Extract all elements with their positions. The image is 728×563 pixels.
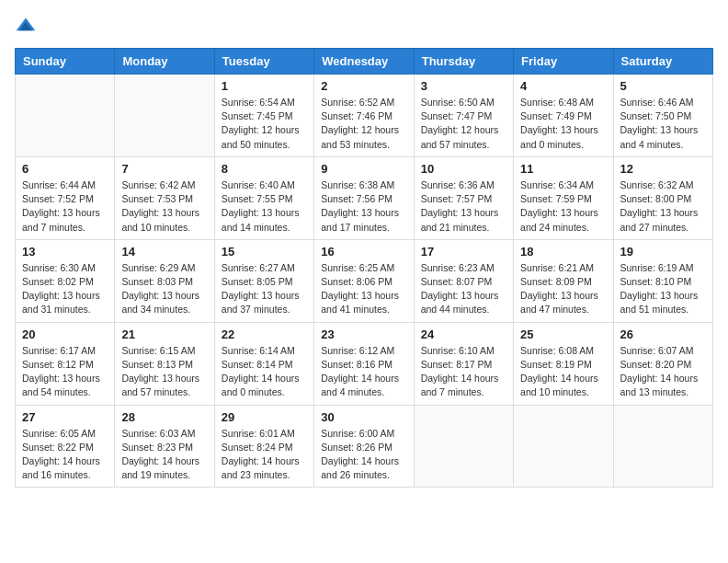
day-number: 3 <box>421 79 506 93</box>
calendar-cell: 30Sunrise: 6:00 AM Sunset: 8:26 PM Dayli… <box>314 405 414 488</box>
day-info: Sunrise: 6:14 AM Sunset: 8:14 PM Dayligh… <box>222 344 307 400</box>
day-number: 7 <box>121 162 207 176</box>
weekday-header-tuesday: Tuesday <box>214 49 313 75</box>
weekday-header-thursday: Thursday <box>414 49 513 75</box>
calendar-week-row: 1Sunrise: 6:54 AM Sunset: 7:45 PM Daylig… <box>16 75 713 157</box>
calendar-cell: 5Sunrise: 6:46 AM Sunset: 7:50 PM Daylig… <box>613 75 712 157</box>
day-info: Sunrise: 6:21 AM Sunset: 8:09 PM Dayligh… <box>520 261 606 317</box>
calendar-table: SundayMondayTuesdayWednesdayThursdayFrid… <box>15 48 713 488</box>
logo-icon <box>15 15 37 37</box>
calendar-cell <box>414 405 513 488</box>
weekday-header-saturday: Saturday <box>613 49 712 75</box>
day-info: Sunrise: 6:44 AM Sunset: 7:52 PM Dayligh… <box>22 178 108 235</box>
day-info: Sunrise: 6:10 AM Sunset: 8:17 PM Dayligh… <box>421 344 506 400</box>
calendar-cell: 12Sunrise: 6:32 AM Sunset: 8:00 PM Dayli… <box>613 156 712 239</box>
day-info: Sunrise: 6:19 AM Sunset: 8:10 PM Dayligh… <box>620 261 706 317</box>
calendar-week-row: 20Sunrise: 6:17 AM Sunset: 8:12 PM Dayli… <box>16 322 713 405</box>
calendar-cell: 10Sunrise: 6:36 AM Sunset: 7:57 PM Dayli… <box>414 156 513 239</box>
calendar-week-row: 6Sunrise: 6:44 AM Sunset: 7:52 PM Daylig… <box>16 156 713 239</box>
calendar-cell: 1Sunrise: 6:54 AM Sunset: 7:45 PM Daylig… <box>214 75 313 157</box>
calendar-cell <box>115 75 214 157</box>
calendar-cell: 23Sunrise: 6:12 AM Sunset: 8:16 PM Dayli… <box>314 322 414 405</box>
calendar-week-row: 13Sunrise: 6:30 AM Sunset: 8:02 PM Dayli… <box>16 239 713 322</box>
day-number: 10 <box>421 162 506 176</box>
day-number: 13 <box>22 245 108 259</box>
day-info: Sunrise: 6:00 AM Sunset: 8:26 PM Dayligh… <box>321 427 406 483</box>
day-number: 28 <box>121 410 207 424</box>
page-header <box>15 15 713 37</box>
day-number: 20 <box>22 327 108 341</box>
day-number: 30 <box>321 410 406 424</box>
day-info: Sunrise: 6:54 AM Sunset: 7:45 PM Dayligh… <box>222 96 307 152</box>
weekday-header-wednesday: Wednesday <box>314 49 414 75</box>
calendar-cell: 6Sunrise: 6:44 AM Sunset: 7:52 PM Daylig… <box>16 156 115 239</box>
day-number: 4 <box>520 79 606 93</box>
calendar-cell: 16Sunrise: 6:25 AM Sunset: 8:06 PM Dayli… <box>314 239 414 322</box>
calendar-cell: 28Sunrise: 6:03 AM Sunset: 8:23 PM Dayli… <box>115 405 214 488</box>
calendar-cell: 2Sunrise: 6:52 AM Sunset: 7:46 PM Daylig… <box>314 75 414 157</box>
weekday-header-sunday: Sunday <box>16 49 115 75</box>
day-info: Sunrise: 6:17 AM Sunset: 8:12 PM Dayligh… <box>22 344 108 400</box>
day-info: Sunrise: 6:32 AM Sunset: 8:00 PM Dayligh… <box>620 178 706 235</box>
day-info: Sunrise: 6:15 AM Sunset: 8:13 PM Dayligh… <box>121 344 207 400</box>
day-number: 9 <box>321 162 406 176</box>
day-info: Sunrise: 6:07 AM Sunset: 8:20 PM Dayligh… <box>620 344 706 400</box>
calendar-cell: 3Sunrise: 6:50 AM Sunset: 7:47 PM Daylig… <box>414 75 513 157</box>
day-number: 6 <box>22 162 108 176</box>
calendar-cell: 29Sunrise: 6:01 AM Sunset: 8:24 PM Dayli… <box>214 405 313 488</box>
logo <box>15 15 40 37</box>
calendar-cell: 11Sunrise: 6:34 AM Sunset: 7:59 PM Dayli… <box>514 156 613 239</box>
day-info: Sunrise: 6:25 AM Sunset: 8:06 PM Dayligh… <box>321 261 406 317</box>
calendar-cell: 8Sunrise: 6:40 AM Sunset: 7:55 PM Daylig… <box>214 156 313 239</box>
calendar-cell: 21Sunrise: 6:15 AM Sunset: 8:13 PM Dayli… <box>115 322 214 405</box>
day-number: 21 <box>121 327 207 341</box>
day-info: Sunrise: 6:46 AM Sunset: 7:50 PM Dayligh… <box>620 96 706 152</box>
calendar-cell: 17Sunrise: 6:23 AM Sunset: 8:07 PM Dayli… <box>414 239 513 322</box>
calendar-cell: 9Sunrise: 6:38 AM Sunset: 7:56 PM Daylig… <box>314 156 414 239</box>
calendar-cell: 26Sunrise: 6:07 AM Sunset: 8:20 PM Dayli… <box>613 322 712 405</box>
day-info: Sunrise: 6:48 AM Sunset: 7:49 PM Dayligh… <box>520 96 606 152</box>
weekday-header-monday: Monday <box>115 49 214 75</box>
day-info: Sunrise: 6:30 AM Sunset: 8:02 PM Dayligh… <box>22 261 108 317</box>
calendar-cell: 4Sunrise: 6:48 AM Sunset: 7:49 PM Daylig… <box>514 75 613 157</box>
calendar-cell: 13Sunrise: 6:30 AM Sunset: 8:02 PM Dayli… <box>16 239 115 322</box>
calendar-cell <box>514 405 613 488</box>
day-info: Sunrise: 6:34 AM Sunset: 7:59 PM Dayligh… <box>520 178 606 235</box>
calendar-header: SundayMondayTuesdayWednesdayThursdayFrid… <box>16 49 713 75</box>
day-info: Sunrise: 6:50 AM Sunset: 7:47 PM Dayligh… <box>421 96 506 152</box>
day-number: 5 <box>620 79 706 93</box>
day-info: Sunrise: 6:12 AM Sunset: 8:16 PM Dayligh… <box>321 344 406 400</box>
day-info: Sunrise: 6:42 AM Sunset: 7:53 PM Dayligh… <box>121 178 207 235</box>
day-info: Sunrise: 6:05 AM Sunset: 8:22 PM Dayligh… <box>22 427 108 483</box>
calendar-cell: 25Sunrise: 6:08 AM Sunset: 8:19 PM Dayli… <box>514 322 613 405</box>
day-number: 14 <box>121 245 207 259</box>
day-info: Sunrise: 6:01 AM Sunset: 8:24 PM Dayligh… <box>222 427 307 483</box>
day-number: 16 <box>321 245 406 259</box>
day-number: 11 <box>520 162 606 176</box>
calendar-cell: 7Sunrise: 6:42 AM Sunset: 7:53 PM Daylig… <box>115 156 214 239</box>
day-number: 8 <box>222 162 307 176</box>
day-number: 26 <box>620 327 706 341</box>
calendar-cell: 18Sunrise: 6:21 AM Sunset: 8:09 PM Dayli… <box>514 239 613 322</box>
day-number: 23 <box>321 327 406 341</box>
day-number: 18 <box>520 245 606 259</box>
day-number: 29 <box>222 410 307 424</box>
day-info: Sunrise: 6:03 AM Sunset: 8:23 PM Dayligh… <box>121 427 207 483</box>
calendar-cell <box>613 405 712 488</box>
day-number: 2 <box>321 79 406 93</box>
calendar-cell: 24Sunrise: 6:10 AM Sunset: 8:17 PM Dayli… <box>414 322 513 405</box>
weekday-header-row: SundayMondayTuesdayWednesdayThursdayFrid… <box>16 49 713 75</box>
day-info: Sunrise: 6:23 AM Sunset: 8:07 PM Dayligh… <box>421 261 506 317</box>
calendar-cell: 27Sunrise: 6:05 AM Sunset: 8:22 PM Dayli… <box>16 405 115 488</box>
calendar-cell: 15Sunrise: 6:27 AM Sunset: 8:05 PM Dayli… <box>214 239 313 322</box>
day-info: Sunrise: 6:40 AM Sunset: 7:55 PM Dayligh… <box>222 178 307 235</box>
day-number: 12 <box>620 162 706 176</box>
day-number: 24 <box>421 327 506 341</box>
calendar-cell: 20Sunrise: 6:17 AM Sunset: 8:12 PM Dayli… <box>16 322 115 405</box>
day-info: Sunrise: 6:52 AM Sunset: 7:46 PM Dayligh… <box>321 96 406 152</box>
calendar-week-row: 27Sunrise: 6:05 AM Sunset: 8:22 PM Dayli… <box>16 405 713 488</box>
weekday-header-friday: Friday <box>514 49 613 75</box>
day-info: Sunrise: 6:08 AM Sunset: 8:19 PM Dayligh… <box>520 344 606 400</box>
day-info: Sunrise: 6:36 AM Sunset: 7:57 PM Dayligh… <box>421 178 506 235</box>
calendar-cell: 14Sunrise: 6:29 AM Sunset: 8:03 PM Dayli… <box>115 239 214 322</box>
